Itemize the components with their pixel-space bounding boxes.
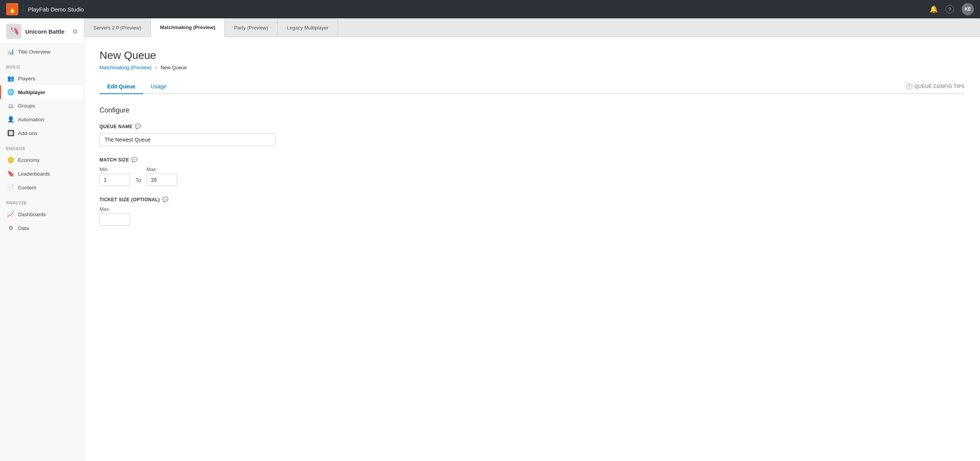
- sidebar-item-economy[interactable]: 🪙 Economy: [0, 153, 84, 167]
- sidebar-item-label: Content: [18, 185, 36, 191]
- app-icon: 🦄: [6, 24, 21, 39]
- groups-icon: 🗂: [7, 103, 14, 109]
- match-size-min-input[interactable]: [100, 174, 130, 186]
- tab-matchmaking[interactable]: Matchmaking (Preview): [151, 18, 225, 37]
- multiplayer-icon: 🌐: [7, 89, 14, 96]
- configure-section-title: Configure: [100, 106, 965, 114]
- queue-name-field-group: QUEUE NAME 💬: [100, 124, 965, 146]
- tabbar: Servers 2.0 (Preview) Matchmaking (Previ…: [84, 18, 980, 37]
- match-size-min-group: Min: [100, 166, 130, 186]
- queue-name-input[interactable]: [100, 133, 276, 146]
- sidebar-item-label: Leaderboards: [18, 171, 50, 177]
- title-overview-icon: 📊: [7, 48, 14, 55]
- sidebar: 🦄 Unicorn Battle ⚙ 📊 Title Overview BUIL…: [0, 18, 84, 461]
- app-name: Unicorn Battle: [25, 28, 65, 35]
- sidebar-section-build: BUILD: [0, 59, 84, 72]
- queue-name-label: QUEUE NAME 💬: [100, 124, 965, 129]
- sidebar-item-label: Dashboards: [18, 212, 46, 217]
- studio-name: PlayFab Demo Studio: [28, 6, 84, 13]
- user-avatar[interactable]: KE: [962, 3, 974, 15]
- sidebar-item-label: Groups: [18, 103, 35, 109]
- topbar-right: 🔔 ? KE: [929, 3, 974, 15]
- main-area: Servers 2.0 (Preview) Matchmaking (Previ…: [84, 18, 980, 461]
- sidebar-item-label: Add-ons: [18, 130, 37, 136]
- sidebar-item-content[interactable]: 📄 Content: [0, 181, 84, 194]
- sidebar-item-title-overview[interactable]: 📊 Title Overview: [0, 45, 84, 59]
- match-size-info-icon[interactable]: 💬: [131, 157, 138, 163]
- to-label: To: [136, 169, 141, 183]
- tab-legacy-multiplayer[interactable]: Legacy Multiplayer: [278, 18, 338, 37]
- sidebar-item-groups[interactable]: 🗂 Groups: [0, 99, 84, 112]
- sidebar-item-label: Title Overview: [18, 49, 51, 55]
- match-size-max-input[interactable]: [147, 174, 177, 186]
- breadcrumb: Matchmaking (Preview) > New Queue: [100, 65, 965, 70]
- subtab-bar: Edit Queue Usage ? QUEUE CONFIG TIPS: [100, 80, 965, 94]
- max-label: Max: [147, 166, 177, 172]
- match-size-row: Min To Max: [100, 166, 965, 186]
- players-icon: 👥: [7, 75, 14, 82]
- sidebar-item-label: Players: [18, 76, 35, 81]
- addons-icon: 🔲: [7, 130, 14, 137]
- ticket-size-max-group: Max: [100, 206, 965, 226]
- help-circle-icon: ?: [906, 83, 912, 90]
- playfab-logo[interactable]: 🔥: [6, 3, 18, 15]
- notification-icon[interactable]: 🔔: [929, 5, 938, 13]
- ticket-max-label: Max: [100, 206, 965, 212]
- topbar-left: 🔥 PlayFab Demo Studio: [6, 3, 84, 15]
- match-size-max-group: Max: [147, 166, 177, 186]
- breadcrumb-link[interactable]: Matchmaking (Preview): [100, 65, 152, 70]
- ticket-size-info-icon[interactable]: 💬: [162, 197, 169, 202]
- sidebar-item-label: Multiplayer: [18, 90, 45, 95]
- sidebar-item-players[interactable]: 👥 Players: [0, 72, 84, 85]
- queue-name-info-icon[interactable]: 💬: [135, 124, 141, 129]
- dashboards-icon: 📈: [7, 211, 14, 218]
- tab-party[interactable]: Party (Preview): [225, 18, 278, 37]
- content-icon: 📄: [7, 184, 14, 191]
- sidebar-item-multiplayer[interactable]: 🌐 Multiplayer: [0, 85, 84, 99]
- match-size-label: MATCH SIZE 💬: [100, 157, 965, 163]
- sidebar-item-dashboards[interactable]: 📈 Dashboards: [0, 207, 84, 221]
- page-title: New Queue: [100, 49, 965, 62]
- breadcrumb-current: New Queue: [160, 65, 187, 70]
- sidebar-item-addons[interactable]: 🔲 Add-ons: [0, 126, 84, 140]
- ticket-size-max-input[interactable]: [100, 213, 130, 226]
- topbar-divider: [23, 5, 23, 14]
- sidebar-item-label: Data: [18, 225, 29, 231]
- economy-icon: 🪙: [7, 156, 14, 163]
- leaderboards-icon: 🔖: [7, 170, 14, 177]
- ticket-size-label: TICKET SIZE (OPTIONAL) 💬: [100, 197, 965, 202]
- tab-usage[interactable]: Usage: [143, 80, 174, 94]
- min-label: Min: [100, 166, 130, 172]
- sidebar-item-leaderboards[interactable]: 🔖 Leaderboards: [0, 167, 84, 181]
- sidebar-app-header: 🦄 Unicorn Battle ⚙: [0, 18, 84, 45]
- sidebar-item-automation[interactable]: 👤 Automation: [0, 112, 84, 126]
- tab-edit-queue[interactable]: Edit Queue: [100, 80, 143, 94]
- breadcrumb-separator: >: [155, 65, 158, 70]
- automation-icon: 👤: [7, 116, 14, 123]
- help-icon[interactable]: ?: [946, 5, 954, 13]
- layout: 🦄 Unicorn Battle ⚙ 📊 Title Overview BUIL…: [0, 18, 980, 461]
- subtab-left: Edit Queue Usage: [100, 80, 174, 93]
- sidebar-section-analyze: ANALYZE: [0, 194, 84, 207]
- tab-servers[interactable]: Servers 2.0 (Preview): [84, 18, 151, 37]
- settings-gear-icon[interactable]: ⚙: [72, 28, 78, 35]
- data-icon: ⚙: [7, 225, 14, 231]
- sidebar-item-label: Automation: [18, 117, 44, 122]
- queue-config-tips-button[interactable]: ? QUEUE CONFIG TIPS: [906, 83, 965, 90]
- match-size-field-group: MATCH SIZE 💬 Min To Max: [100, 157, 965, 186]
- logo-icon: 🔥: [8, 5, 16, 13]
- sidebar-section-engage: ENGAGE: [0, 140, 84, 153]
- topbar: 🔥 PlayFab Demo Studio 🔔 ? KE: [0, 0, 980, 18]
- sidebar-item-data[interactable]: ⚙ Data: [0, 221, 84, 235]
- content-area: New Queue Matchmaking (Preview) > New Qu…: [84, 37, 980, 461]
- ticket-size-field-group: TICKET SIZE (OPTIONAL) 💬 Max: [100, 197, 965, 226]
- sidebar-item-label: Economy: [18, 157, 39, 163]
